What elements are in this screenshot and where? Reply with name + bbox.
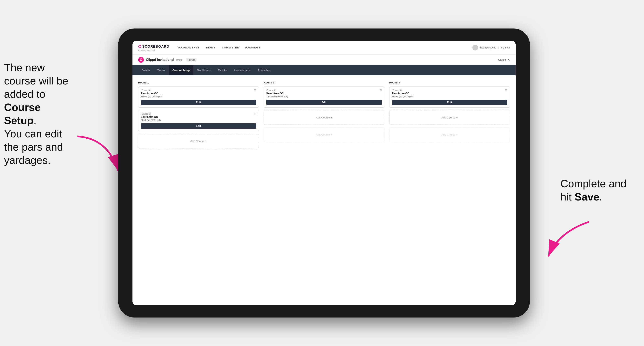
brand-logo-c: C [138, 44, 142, 49]
round-1-label: Round 1 [138, 81, 259, 84]
round-1-course-b-delete-icon[interactable]: ⊟ [253, 112, 257, 116]
sign-out-link[interactable]: Sign out [501, 46, 510, 49]
left-annotation: The new course will be added to Course S… [4, 61, 73, 167]
round-2-label: Round 2 [264, 81, 384, 84]
nav-tournaments[interactable]: TOURNAMENTS [178, 45, 199, 50]
round-1-column: Round 1 ⊟ (Course A) Peachtree GC Yellow… [138, 81, 259, 151]
cancel-button[interactable]: Cancel ✕ [498, 58, 510, 62]
round-3-course-a-name: Peachtree GC [392, 92, 507, 95]
tablet-device: C SCOREBOARD Powered by clippd TOURNAMEN… [118, 28, 530, 318]
round-1-course-a-edit-button[interactable]: Edit [141, 100, 256, 105]
tab-leaderboards[interactable]: Leaderboards [230, 65, 254, 75]
round-2-course-a-card: ⊟ (Course A) Peachtree GC Yellow (M) (66… [264, 86, 384, 108]
round-2-course-a-delete-icon[interactable]: ⊟ [379, 88, 382, 92]
tournament-bar: C Clippd Invitational (Men) Hosting Canc… [132, 54, 516, 65]
tab-details[interactable]: Details [138, 65, 154, 75]
round-1-course-a-label: (Course A) [141, 89, 256, 91]
round-1-course-a-tee: Yellow (M) (6629 yds) [141, 95, 256, 98]
round-1-course-a-card: ⊟ (Course A) Peachtree GC Yellow (M) (66… [138, 86, 259, 108]
tournament-gender: (Men) [176, 58, 182, 61]
arrow-left-icon [71, 130, 124, 175]
tab-course-setup[interactable]: Course Setup [169, 65, 194, 75]
round-1-course-b-name: East Lake GC [141, 115, 256, 119]
tab-results[interactable]: Results [214, 65, 230, 75]
hosting-badge: Hosting [186, 58, 197, 61]
sub-nav: Details Teams Course Setup Tee Groups Re… [132, 65, 516, 75]
round-2-course-a-tee: Yellow (M) (6629 yds) [266, 95, 382, 98]
round-3-course-a-delete-icon[interactable]: ⊟ [504, 88, 508, 92]
round-3-course-a-edit-button[interactable]: Edit [392, 100, 507, 105]
rounds-grid: Round 1 ⊟ (Course A) Peachtree GC Yellow… [138, 81, 510, 151]
tournament-name-row: C Clippd Invitational (Men) Hosting [138, 57, 197, 63]
round-1-add-course-button[interactable]: Add Course + [138, 134, 259, 148]
main-content: Round 1 ⊟ (Course A) Peachtree GC Yellow… [132, 75, 516, 305]
round-3-course-a-card: ⊟ (Course A) Peachtree GC Yellow (M) (66… [389, 86, 510, 108]
right-annotation: Complete and hit Save. [560, 177, 638, 203]
round-2-course-a-label: (Course A) [266, 89, 382, 91]
c-logo: C [138, 57, 144, 63]
round-3-label: Round 3 [389, 81, 510, 84]
tab-teams[interactable]: Teams [154, 65, 169, 75]
nav-rankings[interactable]: RANKINGS [245, 45, 260, 50]
avatar [472, 45, 478, 50]
brand-title: SCOREBOARD [142, 45, 169, 48]
round-3-add-course-button[interactable]: Add Course + [389, 110, 510, 125]
user-email: blair@clippd.io [480, 46, 496, 49]
arrow-right-icon [542, 216, 595, 261]
round-3-course-a-label: (Course A) [392, 89, 507, 91]
nav-teams[interactable]: TEAMS [206, 45, 216, 50]
nav-committee[interactable]: COMMITTEE [222, 45, 239, 50]
round-2-course-a-name: Peachtree GC [266, 92, 382, 95]
round-3-add-course-disabled: Add Course + [389, 127, 510, 142]
round-2-column: Round 2 ⊟ (Course A) Peachtree GC Yellow… [264, 81, 384, 151]
nav-links: TOURNAMENTS TEAMS COMMITTEE RANKINGS [178, 45, 472, 50]
round-3-course-a-tee: Yellow (M) (6629 yds) [392, 95, 507, 98]
round-2-course-a-edit-button[interactable]: Edit [266, 100, 382, 105]
nav-right: blair@clippd.io | Sign out [472, 45, 510, 50]
round-2-add-course-disabled: Add Course + [264, 127, 384, 142]
brand-subtitle: Powered by clippd [138, 49, 169, 51]
screen: C SCOREBOARD Powered by clippd TOURNAMEN… [132, 41, 516, 305]
tournament-title: Clippd Invitational [146, 58, 174, 62]
tab-tee-groups[interactable]: Tee Groups [194, 65, 214, 75]
round-1-course-b-tee: Black (M) (6891 yds) [141, 119, 256, 121]
round-3-column: Round 3 ⊟ (Course A) Peachtree GC Yellow… [389, 81, 510, 151]
tab-printables[interactable]: Printables [254, 65, 273, 75]
top-nav: C SCOREBOARD Powered by clippd TOURNAMEN… [132, 41, 516, 54]
round-1-course-b-card: ⊟ (Course B) East Lake GC Black (M) (689… [138, 110, 259, 131]
round-1-course-b-edit-button[interactable]: Edit [141, 123, 256, 129]
round-2-add-course-button[interactable]: Add Course + [264, 110, 384, 125]
round-1-course-b-label: (Course B) [141, 113, 256, 115]
brand: C SCOREBOARD Powered by clippd [138, 44, 169, 51]
round-1-course-a-name: Peachtree GC [141, 92, 256, 95]
round-1-course-a-delete-icon[interactable]: ⊟ [253, 88, 257, 92]
